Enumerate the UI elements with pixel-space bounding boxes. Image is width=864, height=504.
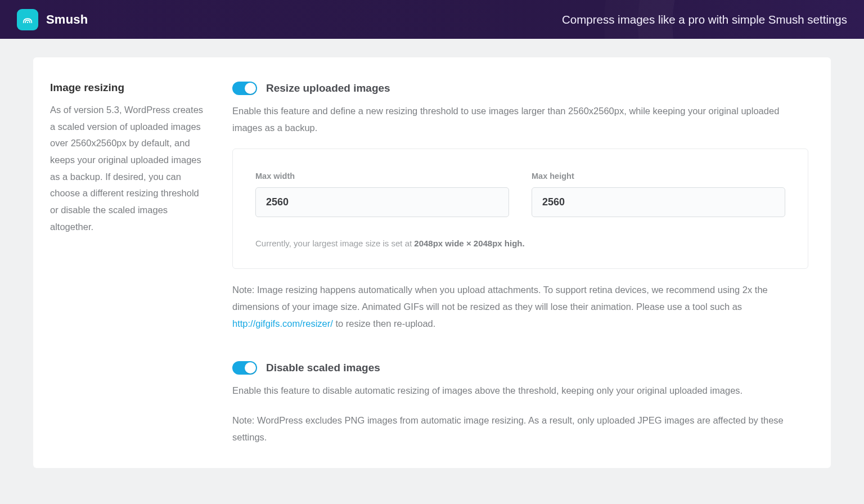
header-tagline: Compress images like a pro with simple S… [562, 13, 847, 26]
max-height-field: Max height [532, 172, 785, 217]
section-description: As of version 5.3, WordPress creates a s… [50, 102, 210, 236]
resize-note-after: to resize then re-upload. [333, 318, 436, 328]
max-height-label: Max height [532, 172, 785, 181]
settings-card: Image resizing As of version 5.3, WordPr… [33, 57, 831, 468]
page-body: Image resizing As of version 5.3, WordPr… [0, 39, 864, 487]
toggle-knob [245, 362, 256, 374]
disable-title: Disable scaled images [266, 362, 380, 374]
resize-title: Resize uploaded images [266, 82, 390, 94]
toggle-knob [245, 83, 256, 94]
gif-resizer-link[interactable]: http://gifgifs.com/resizer/ [232, 318, 333, 328]
max-width-field: Max width [255, 172, 509, 217]
smush-logo-icon [17, 9, 38, 30]
svg-point-0 [27, 21, 29, 23]
disable-scaled-setting: Disable scaled images Enable this featur… [232, 361, 808, 446]
resize-note-before: Note: Image resizing happens automatical… [232, 285, 768, 312]
max-height-input[interactable] [532, 187, 785, 217]
resize-setting: Resize uploaded images Enable this featu… [232, 82, 808, 332]
app-header: Smush Compress images like a pro with si… [0, 0, 864, 39]
disable-note: Note: WordPress excludes PNG images from… [232, 412, 808, 446]
disable-description: Enable this feature to disable automatic… [232, 382, 808, 399]
resize-description: Enable this feature and define a new res… [232, 103, 808, 136]
current-size-prefix: Currently, your largest image size is se… [255, 238, 414, 248]
app-name: Smush [46, 12, 88, 27]
max-width-input[interactable] [255, 187, 509, 217]
disable-toggle[interactable] [232, 361, 257, 375]
section-sidebar: Image resizing As of version 5.3, WordPr… [50, 82, 210, 446]
header-left: Smush [17, 9, 88, 30]
current-size-note: Currently, your largest image size is se… [255, 238, 785, 248]
resize-toggle[interactable] [232, 82, 257, 95]
settings-content: Resize uploaded images Enable this featu… [232, 82, 808, 446]
section-title: Image resizing [50, 82, 210, 94]
dimensions-panel: Max width Max height Currently, your lar… [232, 148, 808, 269]
resize-note: Note: Image resizing happens automatical… [232, 281, 808, 332]
max-width-label: Max width [255, 172, 509, 181]
current-size-value: 2048px wide × 2048px high. [414, 238, 524, 248]
